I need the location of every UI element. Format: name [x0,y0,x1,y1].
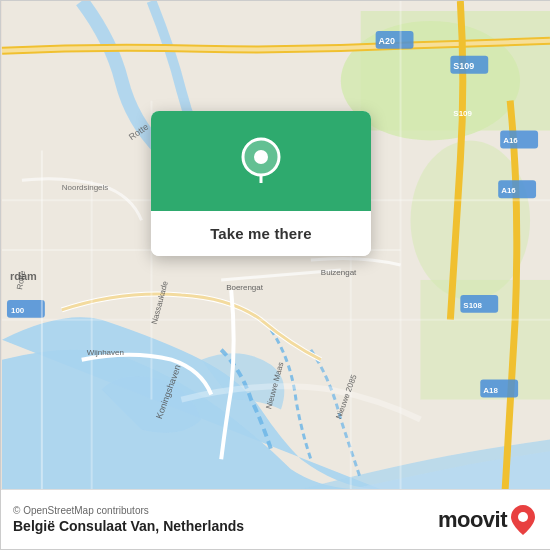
location-name: België Consulaat Van, Netherlands [13,518,244,534]
svg-text:Noordsingels: Noordsingels [62,183,109,192]
svg-text:100: 100 [11,306,25,315]
svg-text:Boerengat: Boerengat [226,283,264,292]
svg-text:A20: A20 [379,36,395,46]
svg-point-42 [518,512,528,522]
footer-bar: © OpenStreetMap contributors België Cons… [1,489,550,549]
svg-text:S108: S108 [463,301,482,310]
popup-header [151,111,371,211]
app-container: Rotte Noordsingels Boerengat Buizengat W… [0,0,550,550]
svg-text:A16: A16 [503,136,518,145]
svg-text:Wijnhaven: Wijnhaven [87,348,124,357]
svg-text:A16: A16 [501,186,516,195]
moovit-text: moovit [438,507,507,533]
footer-left: © OpenStreetMap contributors België Cons… [13,505,244,534]
svg-text:S109: S109 [453,109,472,118]
svg-text:Buizengat: Buizengat [321,268,357,277]
map-container: Rotte Noordsingels Boerengat Buizengat W… [1,1,550,489]
svg-text:A18: A18 [483,386,498,395]
copyright-text: © OpenStreetMap contributors [13,505,244,516]
take-me-there-button[interactable]: Take me there [151,211,371,256]
moovit-pin-icon [509,503,537,537]
moovit-logo: moovit [438,503,537,537]
svg-point-41 [254,150,268,164]
svg-text:S109: S109 [453,61,474,71]
location-pin-icon [241,137,281,185]
popup-card: Take me there [151,111,371,256]
svg-text:rdam: rdam [10,270,37,282]
